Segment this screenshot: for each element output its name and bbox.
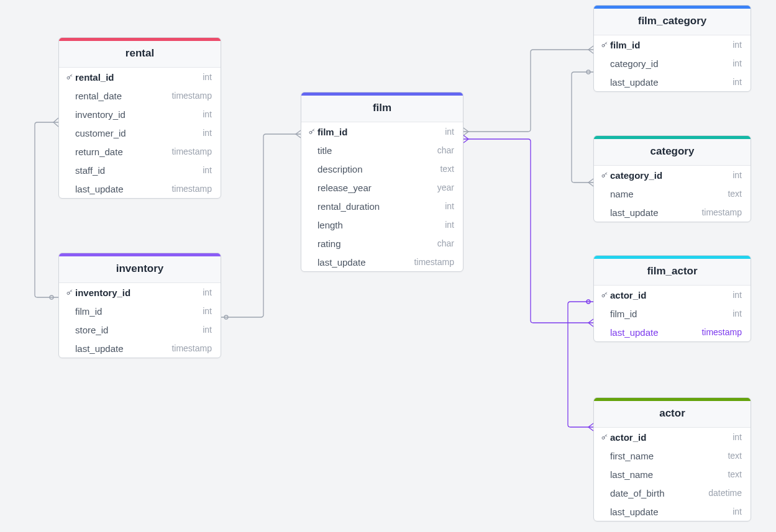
key-icon [600,507,609,516]
key-icon [600,40,609,49]
key-icon [600,309,609,318]
column-name: date_of_birth [610,488,665,498]
column-row[interactable]: actor_idint [594,428,751,446]
column-row[interactable]: nametext [594,184,751,203]
columns: category_idintnametextlast_updatetimesta… [594,166,751,222]
column-row[interactable]: last_updatetimestamp [59,339,221,358]
column-row[interactable]: rental_idint [59,68,221,86]
key-icon [65,147,74,156]
column-row[interactable]: release_yearyear [301,178,463,197]
column-name: name [610,189,634,199]
column-row[interactable]: actor_idint [594,286,751,304]
column-left: release_year [308,183,372,193]
column-left: staff_id [65,165,105,176]
column-name: inventory_id [75,109,126,120]
table-name: category [594,139,751,166]
table-film_category[interactable]: film_categoryfilm_idintcategory_idintlas… [593,5,751,92]
column-row[interactable]: category_idint [594,166,751,184]
column-type: year [437,183,454,192]
key-icon [600,189,609,198]
column-left: return_date [65,147,123,157]
svg-point-3 [587,300,590,304]
column-row[interactable]: film_idint [301,122,463,141]
column-row[interactable]: date_of_birthdatetime [594,484,751,502]
column-row[interactable]: last_updateint [594,502,751,521]
key-icon [600,489,609,497]
key-icon [65,73,74,81]
column-row[interactable]: ratingchar [301,234,463,253]
column-name: title [317,145,332,156]
column-type: int [203,72,212,82]
column-left: last_update [600,327,659,338]
column-type: int [203,325,212,335]
key-icon [65,325,74,334]
column-left: last_update [65,184,124,194]
column-name: last_update [75,343,124,354]
column-row[interactable]: first_nametext [594,446,751,465]
table-inventory[interactable]: inventoryinventory_idintfilm_idintstore_… [58,253,221,358]
column-left: film_id [65,306,102,317]
key-icon [600,433,609,441]
column-row[interactable]: rental_durationint [301,197,463,215]
column-type: int [203,287,212,297]
column-type: int [203,165,212,175]
column-left: last_update [65,343,124,354]
table-name: inventory [59,256,221,283]
column-row[interactable]: film_idint [594,304,751,323]
column-name: length [317,220,343,230]
column-name: rental_date [75,91,122,101]
column-name: rental_duration [317,201,380,212]
column-name: actor_id [610,432,646,443]
column-type: int [445,201,454,211]
column-row[interactable]: last_updatetimestamp [594,323,751,341]
column-name: film_id [75,306,102,317]
column-name: last_update [610,77,659,88]
column-row[interactable]: last_updatetimestamp [301,253,463,271]
column-row[interactable]: store_idint [59,320,221,339]
column-row[interactable]: last_updateint [594,73,751,91]
column-left: title [308,145,332,156]
table-film[interactable]: filmfilm_idinttitlechardescriptiontextre… [301,92,463,272]
table-rental[interactable]: rentalrental_idintrental_datetimestampin… [58,37,221,199]
table-film_actor[interactable]: film_actoractor_idintfilm_idintlast_upda… [593,255,751,342]
column-name: staff_id [75,165,105,176]
column-name: rating [317,238,341,249]
column-row[interactable]: return_datetimestamp [59,142,221,161]
table-category[interactable]: categorycategory_idintnametextlast_updat… [593,135,751,222]
svg-point-2 [587,70,590,74]
column-row[interactable]: titlechar [301,141,463,160]
column-name: return_date [75,147,123,157]
table-actor[interactable]: actoractor_idintfirst_nametextlast_namet… [593,397,751,521]
column-row[interactable]: last_nametext [594,465,751,484]
column-row[interactable]: category_idint [594,54,751,73]
column-left: date_of_birth [600,488,665,498]
column-name: film_id [610,40,640,50]
column-row[interactable]: staff_idint [59,161,221,179]
column-row[interactable]: lengthint [301,215,463,234]
column-type: int [203,109,212,119]
column-row[interactable]: last_updatetimestamp [594,203,751,222]
columns: film_idinttitlechardescriptiontextreleas… [301,122,463,271]
column-row[interactable]: last_updatetimestamp [59,179,221,198]
column-name: film_id [317,127,347,137]
key-icon [600,451,609,460]
column-row[interactable]: customer_idint [59,124,221,142]
column-row[interactable]: inventory_idint [59,283,221,302]
key-icon [308,202,316,210]
key-icon [600,171,609,179]
column-type: timestamp [171,147,212,156]
table-name: film_category [594,9,751,35]
column-left: rating [308,238,341,249]
column-row[interactable]: descriptiontext [301,160,463,178]
column-row[interactable]: film_idint [59,302,221,320]
columns: film_idintcategory_idintlast_updateint [594,35,751,91]
column-left: description [308,164,363,174]
column-row[interactable]: rental_datetimestamp [59,86,221,105]
column-left: last_update [600,77,659,88]
column-left: film_id [308,127,347,137]
column-row[interactable]: inventory_idint [59,105,221,124]
key-icon [600,208,609,217]
column-row[interactable]: film_idint [594,35,751,54]
key-icon [65,110,74,119]
column-left: last_update [600,207,659,218]
